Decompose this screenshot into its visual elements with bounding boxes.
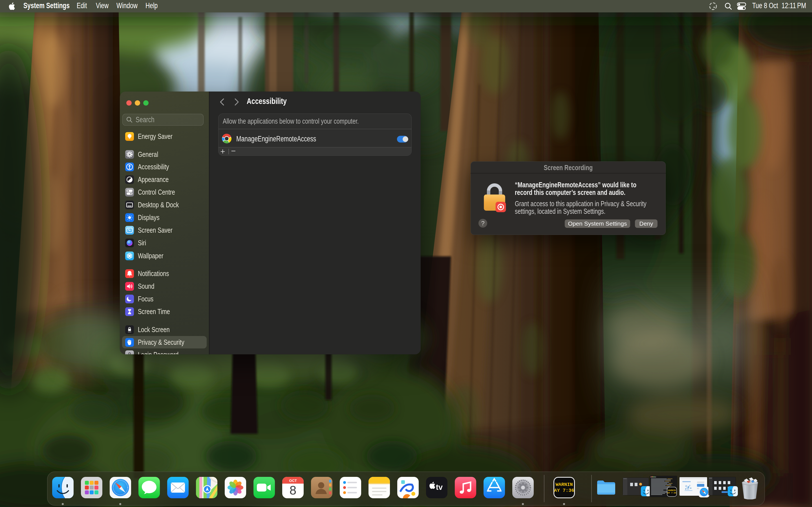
svg-text:8: 8 — [290, 483, 296, 497]
svg-text:OCT: OCT — [289, 478, 297, 483]
svg-text:tv: tv — [436, 483, 443, 492]
